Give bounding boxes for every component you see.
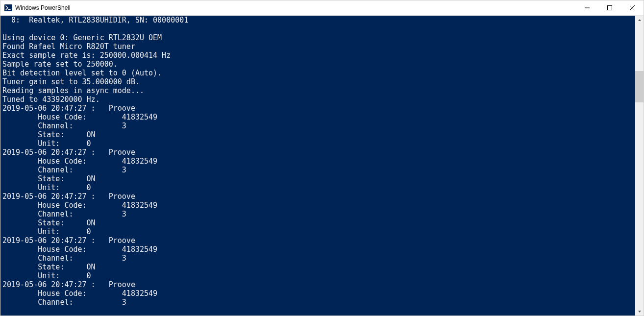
scroll-track[interactable] [635, 24, 644, 307]
minimize-button[interactable] [576, 0, 598, 15]
titlebar: Windows PowerShell [0, 0, 644, 16]
svg-rect-3 [608, 6, 612, 10]
terminal-output[interactable]: 0: Realtek, RTL2838UHIDIR, SN: 00000001 … [0, 16, 635, 316]
maximize-button[interactable] [598, 0, 621, 15]
scroll-up-arrow-icon[interactable] [635, 16, 644, 24]
window-title: Windows PowerShell [15, 4, 576, 11]
scroll-down-arrow-icon[interactable] [635, 307, 644, 316]
scroll-thumb[interactable] [635, 71, 644, 102]
close-button[interactable] [621, 0, 644, 15]
powershell-icon [4, 4, 12, 12]
terminal-area: 0: Realtek, RTL2838UHIDIR, SN: 00000001 … [0, 16, 644, 316]
svg-rect-0 [4, 4, 12, 11]
window-controls [576, 0, 644, 15]
vertical-scrollbar[interactable] [635, 16, 644, 316]
